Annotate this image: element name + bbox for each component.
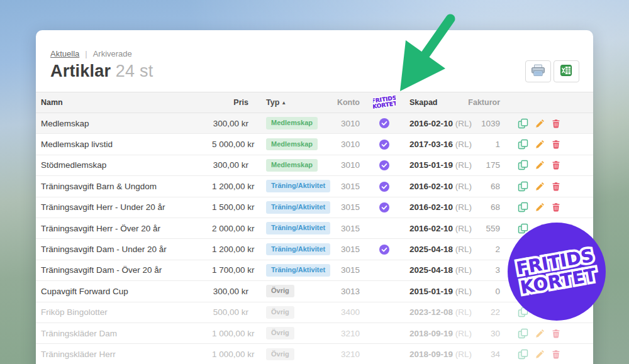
trash-icon [552, 289, 560, 298]
breadcrumb-arkiverade[interactable]: Arkiverade [93, 49, 132, 58]
table-row[interactable]: Träningsavgift Herr - Under 20 år 1 500,… [36, 197, 593, 218]
edit-button[interactable] [535, 307, 545, 317]
article-type-cell: Träning/Aktivitet [248, 222, 329, 234]
edit-button[interactable] [535, 181, 545, 192]
delete-button[interactable] [552, 328, 560, 339]
table-row[interactable]: Träningsavgift Dam - Över 20 år 1 700,00… [36, 260, 593, 281]
duplicate-button[interactable] [518, 244, 528, 255]
edit-button[interactable] [535, 286, 545, 297]
duplicate-button[interactable] [518, 160, 528, 170]
delete-button[interactable] [552, 202, 560, 212]
trash-icon [552, 121, 560, 130]
article-created: 2016-02-10 (RL) [409, 224, 464, 233]
delete-button[interactable] [552, 265, 560, 275]
article-name: Träningskläder Dam [36, 329, 212, 338]
table-row[interactable]: Friköp Bingolotter 500,00 kr Övrig 3400 … [36, 302, 593, 323]
article-invoice-count: 175 [464, 160, 500, 170]
delete-button[interactable] [552, 286, 560, 297]
article-type-cell: Övrig [248, 306, 329, 319]
duplicate-button[interactable] [518, 202, 528, 212]
edit-button[interactable] [535, 244, 545, 255]
article-created: 2016-02-10 (RL) [409, 202, 464, 212]
duplicate-button[interactable] [518, 118, 528, 129]
panel-header: Aktuella | Arkiverade Artiklar 24 st [36, 30, 593, 81]
article-created: 2015-01-19 (RL) [409, 287, 464, 296]
column-header-skapad[interactable]: Skapad [409, 98, 464, 107]
table-row[interactable]: Cupavgift Forward Cup 300,00 kr Övrig 30… [36, 281, 593, 302]
delete-button[interactable] [552, 223, 560, 234]
article-type-cell: Träning/Aktivitet [248, 243, 329, 256]
pencil-icon [535, 246, 545, 256]
duplicate-icon [518, 142, 528, 152]
duplicate-button[interactable] [518, 181, 528, 192]
edit-button[interactable] [535, 223, 545, 234]
article-konto: 3015 [329, 245, 360, 254]
type-badge: Träning/Aktivitet [266, 264, 330, 277]
edit-button[interactable] [535, 328, 545, 339]
column-header-konto[interactable]: Konto [329, 98, 360, 107]
column-header-namn[interactable]: Namn [36, 98, 212, 107]
table-row[interactable]: Träningsavgift Dam - Under 20 år 1 200,0… [36, 239, 593, 260]
fritidskortet-status-cell [360, 181, 409, 191]
type-badge: Övrig [266, 285, 294, 297]
duplicate-icon [518, 331, 528, 341]
delete-button[interactable] [552, 160, 560, 170]
article-price: 5 000,00 kr [212, 140, 248, 149]
duplicate-icon [518, 268, 528, 277]
row-actions [500, 118, 564, 129]
article-type-cell: Övrig [248, 348, 329, 361]
column-header-pris[interactable]: Pris [212, 98, 248, 107]
article-type-cell: Övrig [248, 327, 329, 339]
duplicate-button[interactable] [518, 328, 528, 339]
duplicate-button[interactable] [518, 265, 528, 275]
article-type-cell: Övrig [248, 285, 329, 297]
table-row[interactable]: Träningsavgift Herr - Över 20 år 2 000,0… [36, 218, 593, 239]
duplicate-button[interactable] [518, 139, 528, 150]
type-badge: Medlemskap [266, 159, 318, 172]
edit-button[interactable] [535, 202, 545, 212]
column-header-fritidskortet[interactable]: FRITIDS KORTET FRITIDS KORTET [360, 94, 409, 112]
article-konto: 3015 [329, 224, 360, 233]
trash-icon [552, 226, 560, 235]
table-row[interactable]: Stödmedlemskap 300,00 kr Medlemskap 3010… [36, 155, 593, 176]
duplicate-button[interactable] [518, 286, 528, 297]
print-button[interactable] [525, 60, 551, 82]
type-badge: Övrig [266, 327, 294, 339]
export-excel-button[interactable] [554, 60, 579, 82]
table-row[interactable]: Träningsavgift Barn & Ungdom 1 200,00 kr… [36, 176, 593, 197]
duplicate-button[interactable] [518, 349, 528, 360]
table-row[interactable]: Medlemskap 300,00 kr Medlemskap 3010 201… [36, 113, 593, 134]
edit-button[interactable] [535, 349, 545, 360]
delete-button[interactable] [552, 181, 560, 192]
type-badge: Medlemskap [266, 117, 318, 130]
edit-button[interactable] [535, 139, 545, 150]
article-type-cell: Medlemskap [248, 138, 329, 151]
delete-button[interactable] [552, 349, 560, 360]
fritidskortet-status-cell [360, 160, 409, 170]
delete-button[interactable] [552, 244, 560, 255]
trash-icon [552, 141, 560, 151]
column-header-typ[interactable]: Typ▲ [248, 98, 329, 107]
delete-button[interactable] [552, 118, 560, 129]
edit-button[interactable] [535, 118, 545, 129]
table-row[interactable]: Träningskläder Herr 1 000,00 kr Övrig 32… [36, 344, 593, 364]
edit-button[interactable] [535, 160, 545, 170]
type-badge: Träning/Aktivitet [266, 243, 330, 256]
table-row[interactable]: Medlemskap livstid 5 000,00 kr Medlemska… [36, 134, 593, 155]
article-price: 1 700,00 kr [212, 265, 248, 275]
duplicate-button[interactable] [518, 307, 528, 317]
article-type-cell: Träning/Aktivitet [248, 201, 329, 214]
table-row[interactable]: Träningskläder Dam 1 000,00 kr Övrig 321… [36, 323, 593, 344]
article-invoice-count: 34 [464, 350, 500, 359]
delete-button[interactable] [552, 307, 560, 317]
breadcrumb-aktuella[interactable]: Aktuella [50, 49, 79, 58]
edit-button[interactable] [535, 265, 545, 275]
article-type-cell: Medlemskap [248, 159, 329, 172]
trash-icon [552, 184, 560, 193]
sort-ascending-icon: ▲ [281, 100, 286, 106]
duplicate-button[interactable] [518, 223, 528, 234]
trash-icon [552, 246, 560, 256]
check-circle-icon [379, 182, 389, 192]
column-header-fakturor[interactable]: Fakturor [464, 98, 500, 107]
delete-button[interactable] [552, 139, 560, 150]
